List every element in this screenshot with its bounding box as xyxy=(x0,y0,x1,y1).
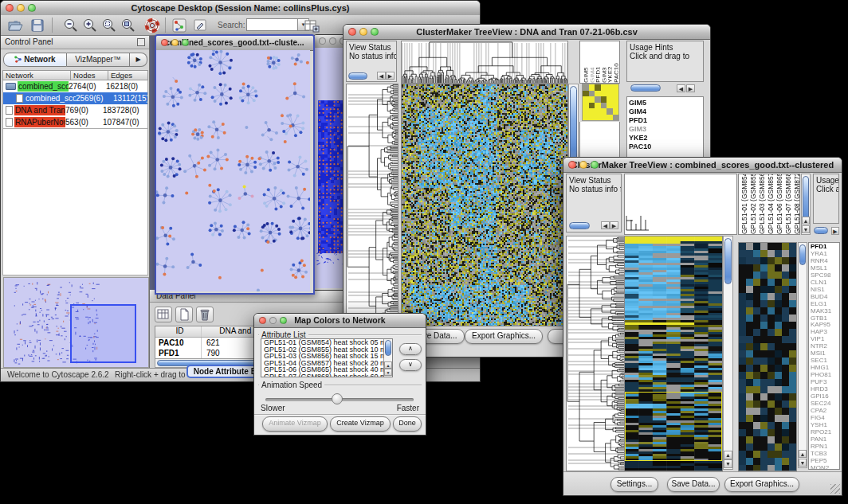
export-graphics-button[interactable]: Export Graphics... xyxy=(465,329,543,344)
new-attribute-icon[interactable] xyxy=(175,307,193,322)
close-icon[interactable] xyxy=(161,39,168,46)
annotation-icon[interactable] xyxy=(192,18,208,33)
treeview1-titlebar[interactable]: ClusterMaker TreeView : DNA and Tran 07-… xyxy=(344,25,710,40)
search-input[interactable] xyxy=(246,18,297,31)
zoom-in-icon[interactable] xyxy=(82,18,98,33)
column-labels-scrollbar[interactable]: ▲ ▼ xyxy=(801,174,811,235)
settings-button[interactable]: Settings... xyxy=(610,477,658,492)
save-icon[interactable] xyxy=(29,18,45,33)
minimize-icon[interactable] xyxy=(329,37,336,45)
close-icon[interactable] xyxy=(568,161,576,169)
zoom-window-icon[interactable] xyxy=(591,161,599,169)
move-up-button[interactable]: ∧ xyxy=(399,343,422,355)
close-icon[interactable] xyxy=(348,28,356,36)
zoom-fit-icon[interactable] xyxy=(120,18,136,33)
scroll-right-icon[interactable]: ▶ xyxy=(831,227,839,235)
close-icon[interactable] xyxy=(319,37,326,45)
resize-grip[interactable] xyxy=(830,484,840,494)
column-dendrogram-canvas[interactable] xyxy=(401,41,568,84)
scroll-down-icon[interactable]: ▼ xyxy=(799,459,807,467)
network-tree-row[interactable]: RNAPuberNov2+563(0)107847(0) xyxy=(3,116,147,128)
zoom-out-icon[interactable] xyxy=(63,18,79,33)
listbox-scrollbar[interactable]: ▲ ▼ xyxy=(383,339,392,377)
zoom-window-icon[interactable] xyxy=(182,39,189,46)
float-panel-icon[interactable] xyxy=(137,38,145,46)
scroll-up-icon[interactable]: ▲ xyxy=(724,451,732,459)
column-dendrogram-canvas[interactable] xyxy=(624,174,737,235)
network-view-titlebar[interactable]: combined_scores_good.txt--cluste... xyxy=(156,36,313,51)
zoom-heatmap-canvas[interactable] xyxy=(738,242,797,471)
help-lifesaver-icon[interactable] xyxy=(144,18,160,33)
scroll-up-icon[interactable]: ▲ xyxy=(802,217,810,225)
network-small-icon[interactable] xyxy=(171,18,187,33)
column-header-network[interactable]: Network xyxy=(2,70,71,80)
tab-vizmapper[interactable]: VizMapper™ xyxy=(67,53,130,67)
zoom-window-icon[interactable] xyxy=(28,4,36,12)
slider-thumb[interactable] xyxy=(332,393,343,404)
gene-label[interactable]: PFD1 xyxy=(627,116,703,125)
gene-label[interactable]: PAC10 xyxy=(627,143,703,151)
scroll-left-icon[interactable]: ◀ xyxy=(677,84,685,92)
column-header-nodes[interactable]: Nodes xyxy=(71,70,108,80)
tab-more-arrow[interactable]: ▶ xyxy=(130,53,147,67)
close-icon[interactable] xyxy=(259,317,266,324)
network-tree-row[interactable]: DNA and Tran 07769(0)183728(0) xyxy=(3,104,147,116)
network-tree-row[interactable]: combined_scores2764(0)16218(0) xyxy=(3,80,147,92)
create-vizmap-button[interactable]: Create Vizmap xyxy=(330,416,391,432)
minimize-icon[interactable] xyxy=(269,317,277,324)
gene-label[interactable]: MON2 xyxy=(809,465,839,470)
row-dendrogram-canvas[interactable] xyxy=(566,236,625,471)
network-view-canvas[interactable] xyxy=(156,50,310,291)
network-tree-row[interactable]: combined_sco2569(6)13112(15) xyxy=(3,92,147,104)
attribute-listbox[interactable]: GPL51-01 (GSM854) heat shock 05 minGPL51… xyxy=(261,338,393,377)
tab-network[interactable]: Network xyxy=(3,53,67,67)
heatmap-canvas[interactable] xyxy=(624,236,723,471)
usage-hints-scrollbar[interactable] xyxy=(814,227,828,234)
zoom-selected-icon[interactable] xyxy=(101,18,117,33)
attribute-select-icon[interactable] xyxy=(155,307,172,322)
view-status-scrollbar[interactable] xyxy=(569,222,590,229)
gene-label[interactable]: GIM5 xyxy=(627,99,703,107)
export-graphics-button[interactable]: Export Graphics... xyxy=(724,477,799,492)
done-button[interactable]: Done xyxy=(393,416,422,432)
gene-list-scrollbar[interactable]: ▲ ▼ xyxy=(798,242,807,468)
zoom-window-icon[interactable] xyxy=(280,317,287,324)
minimize-icon[interactable] xyxy=(359,28,367,36)
column-header-id[interactable]: ID xyxy=(155,326,202,337)
save-data-button[interactable]: Save Data... xyxy=(667,477,720,492)
scroll-left-icon[interactable]: ◀ xyxy=(601,221,610,229)
minimize-icon[interactable] xyxy=(171,39,179,46)
heatmap-canvas[interactable] xyxy=(401,84,568,326)
main-titlebar[interactable]: Cytoscape Desktop (Session Name: collins… xyxy=(1,1,480,16)
delete-attribute-trash-icon[interactable] xyxy=(196,307,214,322)
similarity-matrix[interactable] xyxy=(582,84,619,121)
minimize-icon[interactable] xyxy=(579,161,587,169)
treeview2-titlebar[interactable]: ClusterMaker TreeView : combined_scores_… xyxy=(563,158,842,173)
minimize-icon[interactable] xyxy=(17,4,25,12)
column-header-edges[interactable]: Edges xyxy=(108,70,148,80)
scroll-up-icon[interactable]: ▲ xyxy=(384,361,392,369)
scroll-right-icon[interactable]: ▶ xyxy=(686,84,695,92)
gene-label[interactable]: GIM4 xyxy=(627,107,703,116)
move-down-button[interactable]: ∨ xyxy=(399,359,422,371)
zoom-window-icon[interactable] xyxy=(371,28,379,36)
scroll-right-icon[interactable]: ▶ xyxy=(386,72,395,80)
dialog-titlebar[interactable]: Map Colors to Network xyxy=(254,314,426,328)
close-icon[interactable] xyxy=(6,4,14,12)
scroll-down-icon[interactable]: ▼ xyxy=(802,225,810,233)
animate-vizmap-button[interactable]: Animate Vizmap xyxy=(262,416,328,432)
overview-viewport-rect[interactable] xyxy=(70,304,136,363)
gene-label[interactable]: YKE2 xyxy=(627,134,703,143)
network-overview-panel[interactable] xyxy=(3,277,149,368)
attribute-list-item[interactable]: GPL51-07 (GSM868) heat shock 60 min xyxy=(261,373,392,377)
scroll-left-icon[interactable]: ◀ xyxy=(377,72,386,80)
view-status-scrollbar[interactable] xyxy=(348,72,367,80)
usage-hints-scrollbar[interactable] xyxy=(630,84,661,92)
gene-label[interactable]: GIM3 xyxy=(627,125,703,134)
scroll-up-icon[interactable]: ▲ xyxy=(799,450,807,458)
heatmap-vscrollbar[interactable]: ▲ ▼ xyxy=(723,236,733,470)
row-dendrogram-canvas[interactable] xyxy=(346,84,398,326)
scroll-down-icon[interactable]: ▼ xyxy=(724,459,732,468)
scroll-down-icon[interactable]: ▼ xyxy=(384,369,392,376)
scroll-right-icon[interactable]: ▶ xyxy=(610,221,618,229)
